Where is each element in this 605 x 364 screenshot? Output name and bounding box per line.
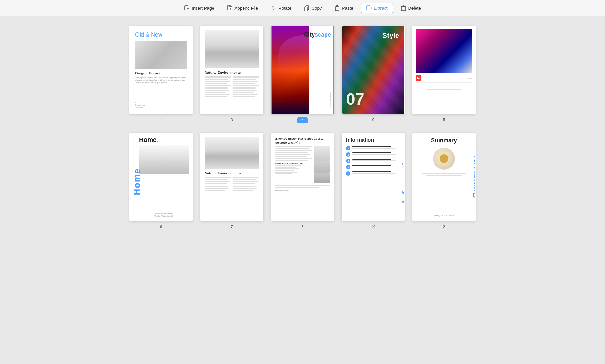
append-file-label: Append File — [235, 6, 258, 11]
page-item-7[interactable]: Natural Environments — [200, 133, 263, 229]
p2-side-label: Summary — [471, 156, 475, 198]
p1-title: Old & New — [135, 32, 187, 38]
p10-circle-5: 5 — [346, 171, 350, 176]
svg-rect-9 — [335, 7, 339, 11]
p3-image — [205, 30, 259, 68]
page-thumb-2[interactable]: Summary Photo by Evie S. on Unsplash Sum… — [412, 133, 476, 221]
page-item-4[interactable]: Cityscape PDF Express Toolbar 4 — [271, 26, 334, 123]
page-item-2[interactable]: Summary Photo by Evie S. on Unsplash Sum… — [412, 133, 476, 229]
p6-dot: . — [157, 136, 159, 143]
svg-rect-8 — [304, 7, 308, 11]
page-item-5[interactable]: ▶ Template 5 — [412, 26, 476, 123]
copy-button[interactable]: Copy — [299, 3, 327, 13]
extract-label: Extract — [374, 6, 388, 11]
p8-right-col — [314, 146, 330, 183]
page-number-5: 5 — [443, 117, 445, 122]
page-thumb-7[interactable]: Natural Environments — [200, 133, 263, 221]
p2-caption: Photo by Evie S. on Unsplash — [413, 215, 475, 217]
page-thumb-9[interactable]: Style 07 — [342, 26, 405, 114]
page-thumb-1[interactable]: Old & New Oragnic Forms Lorem ipsum dolo… — [129, 26, 193, 114]
p8-footer: www.example.com — [275, 185, 330, 191]
p10-circle-4: 4 — [346, 165, 350, 169]
p7-text-cols — [205, 177, 259, 192]
p1-image — [135, 41, 187, 69]
page-item-10[interactable]: Information 1 2 — [342, 133, 405, 229]
p10-title: Information — [346, 137, 400, 143]
page-thumb-8[interactable]: Biophilic design can reduce stress, enha… — [271, 133, 334, 221]
p8-left-col: Plants that are commonly used: — [275, 146, 312, 183]
page-number-3: 3 — [231, 117, 233, 122]
insert-page-icon — [184, 5, 190, 11]
page-number-4: 4 — [297, 117, 307, 123]
page-item-6[interactable]: Home. Home Photo by Hüseyin AkdemirUnspl… — [129, 133, 193, 229]
insert-page-button[interactable]: Insert Page — [179, 3, 219, 13]
p8-website: www.example.com — [275, 190, 330, 191]
page-number-2: 2 — [443, 224, 445, 229]
extract-button[interactable]: Extract — [361, 3, 393, 13]
page-thumb-6[interactable]: Home. Home Photo by Hüseyin AkdemirUnspl… — [129, 133, 193, 221]
delete-icon — [401, 5, 406, 11]
extract-icon — [366, 5, 372, 11]
p1-subtitle: Oragnic Forms — [135, 71, 187, 75]
pages-row-1: Old & New Oragnic Forms Lorem ipsum dolo… — [19, 26, 586, 123]
page-thumb-3[interactable]: Natural Environments — [200, 26, 263, 114]
page-item-1[interactable]: Old & New Oragnic Forms Lorem ipsum dolo… — [129, 26, 193, 123]
delete-button[interactable]: Delete — [396, 3, 426, 13]
delete-label: Delete — [408, 6, 421, 11]
p10-item-5: 5 — [346, 171, 400, 176]
p6-title: Home. — [139, 137, 189, 143]
insert-page-label: Insert Page — [192, 6, 214, 11]
p10-item-2: 2 — [346, 152, 400, 157]
p2-title: Summary — [417, 137, 471, 144]
page-thumb-10[interactable]: Information 1 2 — [342, 133, 405, 221]
toolbar: Insert Page Append File Rotate — [0, 0, 605, 16]
page-thumb-5[interactable]: ▶ Template — [412, 26, 476, 114]
page-number-6: 6 — [160, 224, 162, 229]
copy-icon — [304, 5, 310, 11]
page-number-9: 9 — [372, 117, 374, 122]
p8-image-mid — [314, 161, 330, 173]
paste-label: Paste — [342, 6, 353, 11]
rotate-label: Rotate — [278, 6, 291, 11]
p8-list-title: Plants that are commonly used: — [275, 162, 312, 164]
p2-flower — [433, 148, 455, 170]
p7-image — [205, 137, 259, 169]
content-area: Old & New Oragnic Forms Lorem ipsum dolo… — [0, 16, 605, 238]
p6-side-label: Home — [132, 168, 142, 195]
p9-number: 07 — [346, 90, 364, 109]
p1-and-new: & New — [146, 32, 162, 38]
page-thumb-4[interactable]: Cityscape PDF Express Toolbar — [271, 26, 334, 114]
p8-image-top — [314, 146, 330, 161]
p7-title: Natural Environments — [205, 171, 259, 175]
p2-line2 — [426, 175, 462, 176]
p5-footer — [427, 89, 461, 90]
p10-circle-2: 2 — [346, 152, 350, 157]
p5-logo: ▶ — [416, 75, 421, 81]
paste-icon — [334, 5, 340, 11]
p4-subtext: PDF Express Toolbar — [330, 92, 332, 107]
page-item-8[interactable]: Biophilic design can reduce stress, enha… — [271, 133, 334, 229]
append-file-icon — [227, 5, 233, 11]
p10-items: 1 2 — [346, 146, 400, 176]
page-item-9[interactable]: Style 07 9 — [342, 26, 405, 123]
copy-label: Copy — [312, 6, 322, 11]
page-number-10: 10 — [371, 224, 375, 229]
p4-title: Cityscape — [304, 32, 331, 38]
p5-text-right: Template — [467, 77, 472, 79]
rotate-button[interactable]: Rotate — [266, 3, 296, 13]
p1-old: Old — [135, 32, 144, 38]
page-number-7: 7 — [231, 224, 233, 229]
p6-image — [139, 145, 189, 174]
page-number-8: 8 — [301, 224, 303, 229]
page-number-1: 1 — [160, 117, 162, 122]
p4-scape: scape — [315, 32, 331, 38]
append-file-button[interactable]: Append File — [222, 3, 263, 13]
rotate-icon — [271, 5, 276, 11]
page-item-3[interactable]: Natural Environments — [200, 26, 263, 123]
p3-text-cols — [205, 76, 259, 98]
paste-button[interactable]: Paste — [329, 3, 358, 13]
svg-rect-12 — [401, 7, 406, 11]
p4-city: City — [304, 32, 315, 38]
p3-title: Natural Environments — [205, 71, 259, 74]
p10-circle-3: 3 — [346, 159, 350, 163]
